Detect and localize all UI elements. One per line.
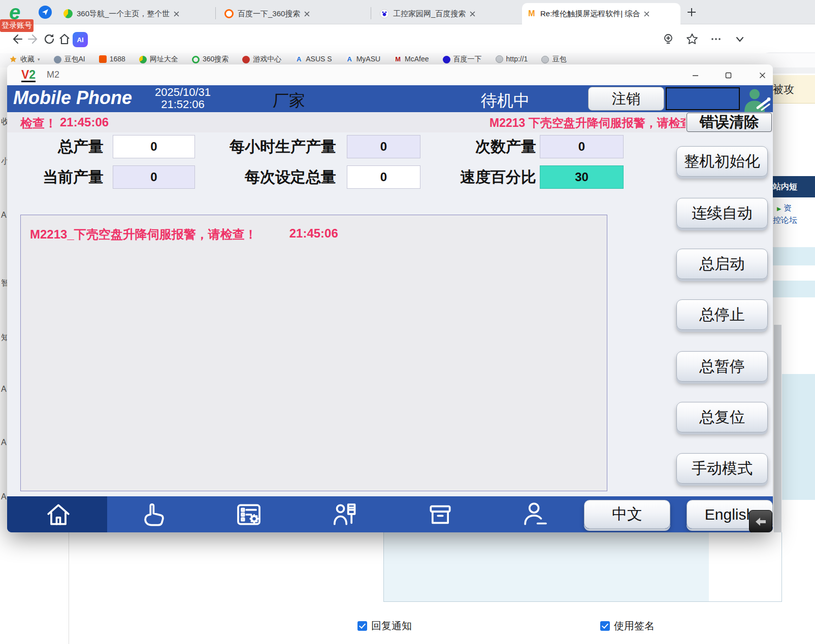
tab-favicon — [380, 9, 389, 18]
tray-box-icon[interactable] — [426, 500, 454, 529]
bookmark-http1[interactable]: http://1 — [496, 55, 528, 63]
master-stop-button[interactable]: 总停止 — [676, 299, 768, 330]
stat-value-total-output[interactable]: 0 — [113, 135, 195, 158]
bookmark-wangzhi[interactable]: 网址大全 — [139, 55, 178, 64]
checkbox-checked-icon[interactable] — [600, 621, 610, 631]
tab-close-icon[interactable] — [174, 11, 179, 17]
manual-mode-button[interactable]: 手动模式 — [676, 453, 768, 484]
bookmark-myasus[interactable]: AMyASU — [346, 55, 380, 63]
reply-form-tint — [384, 532, 709, 601]
stat-value-hourly-output[interactable]: 0 — [347, 135, 420, 158]
window-titlebar[interactable]: V2 M2 — [7, 64, 773, 85]
master-pause-button[interactable]: 总暂停 — [676, 351, 768, 382]
browser-tab-bar: e 360导航_一个主页，整个世 百度一下_360搜索 工控家园网_百度搜索 M… — [0, 0, 815, 24]
refresh-icon[interactable] — [43, 32, 56, 46]
bookmark-asus[interactable]: AASUS S — [295, 55, 332, 63]
maintenance-user-icon[interactable] — [332, 500, 360, 529]
home-icon[interactable] — [58, 32, 71, 46]
ai-assistant-button[interactable]: AI — [73, 32, 88, 47]
hmi-datetime: 2025/10/31 21:52:06 — [143, 86, 222, 111]
arrow-right-icon: ▶ — [777, 206, 781, 212]
page-bottom-area: 回复通知 使用签名 — [0, 532, 815, 644]
bookmark-label: McAfee — [405, 55, 429, 63]
back-arrow-icon — [754, 516, 768, 528]
tab-weinview-thread[interactable]: M Re:维伦触摸屏远程软件| 综合 — [522, 3, 680, 24]
continuous-auto-button[interactable]: 连续自动 — [676, 198, 768, 228]
operator-icon[interactable] — [741, 85, 773, 112]
bookmark-360search[interactable]: 360搜索 — [192, 55, 229, 64]
logout-button[interactable]: 注销 — [588, 87, 664, 111]
error-clear-button[interactable]: 错误清除 — [687, 113, 772, 132]
tab-title: Re:维伦触摸屏远程软件| 综合 — [540, 9, 640, 19]
send-icon[interactable] — [39, 6, 52, 19]
page-link[interactable]: ▶ 资 — [777, 203, 792, 214]
bookmark-label: 豆包 — [552, 55, 566, 64]
stat-value-current-output[interactable]: 0 — [113, 165, 195, 189]
bookmark-label: http://1 — [506, 55, 528, 63]
chevron-down-icon[interactable] — [733, 32, 746, 46]
hmi-time: 21:52:06 — [143, 98, 222, 111]
back-icon[interactable] — [10, 32, 23, 46]
bookmark-label: 收藏 — [20, 55, 35, 64]
master-reset-button[interactable]: 总复位 — [676, 402, 768, 432]
bookmark-favorites[interactable]: 收藏▾ — [9, 55, 40, 64]
tab-gongkong-search[interactable]: 工控家园网_百度搜索 — [375, 3, 519, 24]
stat-label-speed-percent: 速度百分比 — [413, 165, 536, 189]
forward-icon[interactable] — [27, 32, 40, 46]
caret-down-icon: ▾ — [38, 57, 40, 62]
bookmark-favicon — [541, 56, 549, 63]
language-chinese-button[interactable]: 中文 — [584, 500, 670, 529]
bookmark-1688[interactable]: 1688 — [99, 55, 125, 63]
stat-label-hourly-output: 每小时生产产量 — [205, 135, 336, 158]
login-account-badge[interactable]: 登录账号 — [0, 19, 34, 32]
maximize-button[interactable] — [721, 69, 736, 82]
tab-close-icon[interactable] — [644, 11, 649, 17]
close-button[interactable] — [755, 69, 770, 82]
lamp-plugin-icon[interactable] — [662, 32, 675, 46]
sidebar-glyph: A — [1, 492, 7, 501]
page-scroll-strip[interactable] — [774, 325, 781, 533]
new-tab-button[interactable] — [684, 5, 699, 19]
bookmark-doubao-ai[interactable]: 豆包AI — [54, 55, 85, 64]
bookmark-doubao[interactable]: 豆包 — [541, 55, 566, 64]
stat-value-speed-percent[interactable]: 30 — [540, 165, 624, 189]
tab-baidu-360search[interactable]: 百度一下_360搜索 — [219, 3, 368, 24]
bookmark-game-center[interactable]: 游戏中心 — [242, 55, 281, 64]
alarm-strip-message: M2213 下壳空盘升降伺服报警，请检查！ — [490, 115, 686, 131]
tab-title: 工控家园网_百度搜索 — [393, 9, 466, 19]
bookmark-mcafee[interactable]: MMcAfee — [394, 55, 429, 63]
tab-360-nav[interactable]: 360导航_一个主页，整个世 — [58, 3, 212, 24]
manual-hand-icon[interactable] — [139, 500, 167, 529]
checkbox-checked-icon[interactable] — [357, 621, 367, 631]
tab-separator — [371, 7, 371, 19]
favorite-star-icon[interactable] — [686, 32, 699, 46]
tab-close-icon[interactable] — [470, 11, 475, 17]
star-icon — [9, 55, 17, 63]
parameter-settings-icon[interactable] — [235, 500, 263, 529]
home-nav-icon[interactable] — [44, 500, 73, 529]
minimize-button[interactable] — [688, 69, 703, 82]
alarm-status-strip: 检查！ 21:45:06 M2213 下壳空盘升降伺服报警，请检查！ 错误清除 — [7, 112, 773, 132]
stat-value-cycle-count[interactable]: 0 — [540, 135, 624, 158]
tab-title: 360导航_一个主页，整个世 — [77, 9, 170, 19]
stat-value-set-total[interactable]: 0 — [347, 165, 420, 189]
tab-close-icon[interactable] — [304, 11, 310, 17]
page-link[interactable]: 控论坛 — [773, 215, 797, 226]
more-menu-icon[interactable] — [709, 32, 723, 46]
alarm-list-box[interactable]: M2213_下壳空盘升降伺服报警，请检查！ 21:45:06 — [20, 215, 607, 491]
bookmark-label: 百度一下 — [453, 55, 482, 64]
login-input-box[interactable] — [666, 87, 740, 110]
bookmark-label: ASUS S — [306, 55, 332, 63]
machine-init-button[interactable]: 整机初始化 — [676, 146, 768, 177]
bookmark-baidu[interactable]: 百度一下 — [443, 55, 482, 64]
alarm-time: 21:45:06 — [289, 226, 338, 243]
reply-form-box — [383, 532, 782, 602]
page-warning-bar: 被攻 — [773, 75, 815, 104]
bookmark-favicon: M — [394, 55, 402, 63]
master-start-button[interactable]: 总启动 — [676, 249, 768, 279]
remote-back-button[interactable] — [749, 510, 772, 532]
reply-notify-checkbox-row[interactable]: 回复通知 — [357, 619, 412, 633]
user-logout-icon[interactable] — [521, 500, 549, 529]
use-signature-checkbox-row[interactable]: 使用签名 — [600, 619, 655, 633]
stat-label-set-total: 每次设定总量 — [205, 165, 336, 189]
